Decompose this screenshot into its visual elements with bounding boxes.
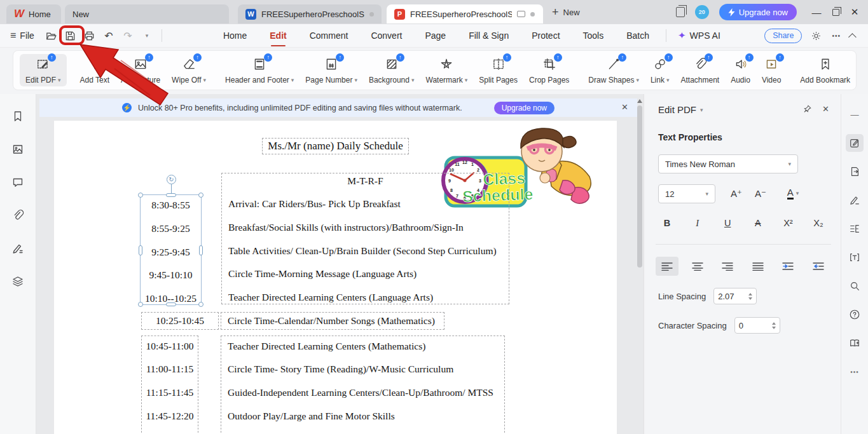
strip-more-button[interactable]: ••• [846, 363, 864, 381]
search-tool-button[interactable] [846, 277, 864, 295]
resize-handle-sw[interactable] [138, 302, 143, 307]
restore-button[interactable] [826, 3, 845, 22]
time-line[interactable]: 8:55-9:25 [141, 223, 201, 236]
ribbon-tool-background[interactable]: ↑ Background▾ [363, 57, 420, 85]
activity-line[interactable]: Circle Time-Calendar/Number Songs (Mathe… [228, 315, 441, 328]
menu-page[interactable]: Page [425, 31, 446, 41]
underline-button[interactable]: U [716, 214, 739, 233]
decrease-font-button[interactable]: A⁻ [750, 185, 771, 203]
sign-tool-button[interactable] [846, 191, 864, 209]
panel-close-icon[interactable]: ✕ [822, 104, 829, 114]
attachments-panel-button[interactable] [8, 206, 27, 225]
menu-fill-sign[interactable]: Fill & Sign [469, 31, 509, 41]
window-copy-icon[interactable] [676, 7, 685, 17]
vertical-scrollbar[interactable] [637, 99, 643, 430]
help-tool-button[interactable] [846, 306, 864, 323]
superhero-girl-clipart[interactable] [513, 119, 599, 212]
new-tab-button[interactable]: + New [552, 6, 580, 19]
format-tool-button[interactable] [846, 220, 864, 238]
layers-panel-button[interactable] [8, 272, 27, 291]
strikethrough-button[interactable]: A [747, 214, 769, 233]
menu-convert[interactable]: Convert [371, 31, 402, 41]
file-menu-button[interactable]: ≡ File [10, 30, 34, 41]
notification-upgrade-button[interactable]: Upgrade now [494, 102, 555, 114]
scrollbar-thumb[interactable] [637, 105, 642, 268]
ribbon-tool-add-picture[interactable]: ↑ Add Picture [115, 57, 166, 85]
resize-handle-n[interactable] [166, 193, 176, 197]
font-family-select[interactable]: Times New Roman ▾ [658, 154, 798, 173]
font-color-button[interactable]: A ▾ [779, 184, 807, 202]
resize-handle-w[interactable] [139, 245, 142, 255]
activity-line[interactable]: Teacher Directed Learning Centers (Langu… [228, 292, 506, 304]
notification-close-icon[interactable]: ✕ [621, 102, 628, 112]
ribbon-tool-audio[interactable]: ↑ Audio [725, 57, 756, 85]
ribbon-tool-watermark[interactable]: Watermark▾ [420, 57, 474, 85]
ribbon-tool-edit-pdf[interactable]: ↑ Edit PDF▾ [20, 54, 67, 86]
align-center-button[interactable] [686, 257, 709, 276]
resize-handle-ne[interactable] [198, 193, 203, 198]
pdf-page[interactable]: Ms./Mr (name) Daily Schedule 12123456789… [54, 121, 617, 434]
tab-pdf-document-active[interactable]: P FREESuperheroPreschoolSche [387, 4, 543, 24]
increase-font-button[interactable]: A⁺ [726, 185, 747, 203]
ribbon-tool-crop-pages[interactable]: ↑ Crop Pages [523, 57, 575, 85]
quickbar-more-button[interactable]: ▾ [139, 28, 155, 43]
print-button[interactable] [81, 28, 98, 43]
ribbon-tool-video[interactable]: ↑ Video [756, 57, 787, 85]
minimize-button[interactable]: — [807, 3, 826, 22]
menu-protect[interactable]: Protect [532, 31, 560, 41]
time-line[interactable]: 11:00-11:15 [142, 363, 198, 376]
resize-handle-e[interactable] [199, 245, 203, 255]
menubar-more-button[interactable]: ••• [832, 32, 841, 39]
save-button[interactable] [62, 28, 79, 43]
collapse-panel-button[interactable]: — [846, 105, 864, 123]
menu-home[interactable]: Home [223, 31, 247, 41]
times-block2-box[interactable]: 10:45-11:00 11:00-11:15 11:15-11:45 11:4… [141, 336, 198, 434]
time-line[interactable]: 10:45-11:00 [142, 341, 198, 353]
time-line[interactable]: 11:45-12:20 [142, 410, 198, 423]
activity-line[interactable]: Teacher Directed Learning Centers (Mathe… [228, 341, 502, 353]
undo-button[interactable]: ↶ [100, 28, 117, 43]
pin-icon[interactable] [803, 104, 812, 114]
align-justify-button[interactable] [747, 257, 769, 276]
rotate-handle[interactable]: ↻ [167, 175, 176, 184]
time-line[interactable]: 11:15-11:45 [142, 387, 198, 400]
open-file-button[interactable] [43, 28, 60, 43]
align-left-button[interactable] [656, 257, 679, 276]
scroll-up-icon[interactable] [637, 99, 642, 103]
ribbon-tool-link[interactable]: ↑ Link▾ [645, 57, 675, 85]
time-line[interactable]: 10:25-10:45 [142, 315, 218, 328]
ribbon-tool-header-footer[interactable]: ↑ Header and Footer▾ [219, 57, 300, 85]
ribbon-tool-wipe-off[interactable]: ↑ Wipe Off▾ [166, 57, 212, 85]
ribbon-tool-split-pages[interactable]: ↑ Split Pages [473, 57, 523, 85]
share-button[interactable]: Share [764, 29, 802, 43]
italic-button[interactable]: I [686, 214, 709, 233]
doc-title-box[interactable]: Ms./Mr (name) Daily Schedule [262, 138, 409, 154]
textbox-tool-button[interactable] [846, 248, 864, 266]
collapse-ribbon-icon[interactable] [848, 33, 857, 41]
ribbon-tool-add-text[interactable]: ↑ Add Text [74, 57, 115, 85]
indent-decrease-button[interactable] [807, 257, 830, 276]
edit-tool-button[interactable] [846, 134, 864, 152]
panel-header-dropdown[interactable]: Edit PDF ▾ [658, 104, 703, 115]
time-line[interactable]: 8:30-8:55 [141, 200, 201, 212]
activity-line[interactable]: Table Activities/ Clean-Up/Brain Builder… [228, 245, 506, 258]
menu-comment[interactable]: Comment [310, 31, 348, 41]
bold-button[interactable]: B [656, 214, 679, 233]
redo-button[interactable]: ↷ [120, 28, 136, 43]
activity-line[interactable]: Circle Time-Morning Message (Language Ar… [228, 268, 506, 281]
indent-increase-button[interactable] [776, 257, 799, 276]
activity-line[interactable]: Circle Time- Story Time (Reading)/W-Musi… [228, 363, 502, 376]
user-avatar[interactable]: 20 [695, 5, 709, 19]
ribbon-tool-page-number[interactable]: ↑ Page Number▾ [300, 57, 363, 85]
ribbon-tool-draw-shapes[interactable]: ↑ Draw Shapes▾ [582, 57, 645, 85]
font-size-select[interactable]: 12 ▾ [658, 184, 715, 203]
close-button[interactable]: ✕ [845, 3, 864, 22]
time-single-box[interactable]: 10:25-10:45 [141, 312, 219, 330]
ribbon-tool-add-bookmark[interactable]: Add Bookmark [794, 57, 856, 85]
activity-line[interactable]: Arrival: Car Riders/Bus- Pick Up Breakfa… [228, 198, 506, 211]
bookmarks-panel-button[interactable] [8, 107, 27, 126]
activity-line[interactable]: Breakfast/Social Skills (with instructor… [228, 222, 506, 234]
tab-word-document[interactable]: W FREESuperheroPreschoolSchedule [238, 4, 382, 24]
superscript-button[interactable]: X² [776, 214, 799, 233]
ribbon-tool-attachment[interactable]: ↑ Attachment [675, 57, 725, 85]
